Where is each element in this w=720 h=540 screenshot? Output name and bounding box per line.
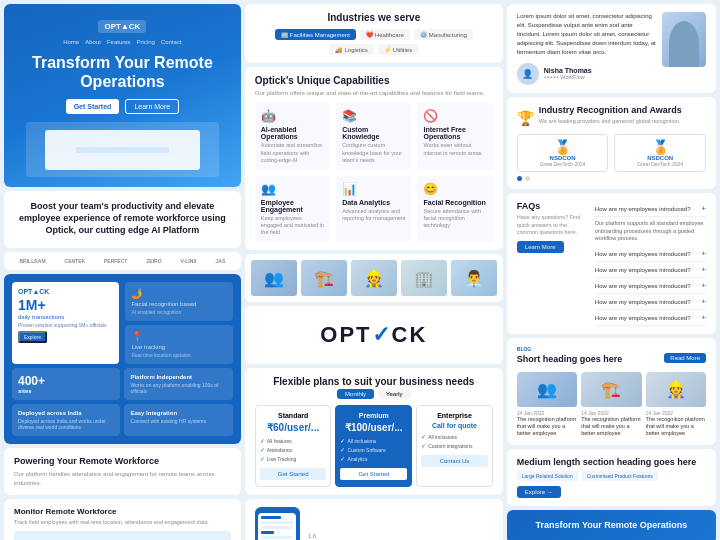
faq-section: FAQs Have any questions? Find quick answ… xyxy=(507,193,716,334)
screen-line-5 xyxy=(261,536,293,539)
premium-feature-2: Analytics xyxy=(340,455,407,462)
deployed-desc: Deployed across India and works under di… xyxy=(18,418,114,430)
people-icon-4: 🏢 xyxy=(414,269,434,288)
facilities-label: Facilities Management xyxy=(290,32,350,38)
nav-home[interactable]: Home xyxy=(63,39,79,45)
faq-question-5[interactable]: How are my employees introduced? + xyxy=(595,310,706,326)
nav-about[interactable]: About xyxy=(85,39,101,45)
hero-mockup-bar xyxy=(76,147,169,153)
stat-explore-button[interactable]: Explore xyxy=(18,331,47,343)
faq-q0-text: How are my employees introduced? xyxy=(595,206,691,212)
faq-question-2[interactable]: How are my employees introduced? + xyxy=(595,262,706,278)
standard-feature-0: All features xyxy=(260,437,327,444)
medium-explore-btn[interactable]: Explore → xyxy=(517,486,561,498)
industries-section: Industries we serve 🏢 Facilities Managem… xyxy=(245,4,503,63)
blog-tag: Blog xyxy=(517,346,623,352)
enterprise-features: All inclusions Custom integrations xyxy=(421,433,488,449)
logo-center-section: OPT✓CK xyxy=(245,306,503,364)
premium-feature-0: All inclusions xyxy=(340,437,407,444)
cap-ai-desc: Automate and streamline field operations… xyxy=(261,142,324,163)
faq-question-4[interactable]: How are my employees introduced? + xyxy=(595,294,706,310)
pricing-tab-yearly[interactable]: Yearly xyxy=(378,389,410,399)
pricing-grid: Standard ₹60/user/... All features Atten… xyxy=(255,405,493,487)
facial-desc: AI enabled recognition xyxy=(131,309,226,315)
ind-tab-facilities[interactable]: 🏢 Facilities Management xyxy=(275,29,356,40)
cap-internet-icon: 🚫 xyxy=(423,109,486,123)
medium-tags: Large Related Solution Customised Produc… xyxy=(517,471,706,481)
badge-2-icon: 🏅 xyxy=(621,139,699,155)
pricing-section: Flexible plans to suit your business nee… xyxy=(245,368,503,495)
blog-building-icon-1: 🏗️ xyxy=(601,380,621,399)
badge-2-sub: Great DevTech 2024 xyxy=(621,161,699,167)
person-silhouette xyxy=(669,21,699,67)
premium-amount: ₹100/user/... xyxy=(340,422,407,433)
enterprise-feature-0: All inclusions xyxy=(421,433,488,440)
cap-knowledge-title: Custom Knowledge xyxy=(342,126,405,140)
testimonial-author: 👤 Nisha Thomas ⭑⭑⭑⭑⭑ WorkFlow xyxy=(517,63,656,85)
faq-question-1[interactable]: How are my employees introduced? + xyxy=(595,246,706,262)
pricing-heading: Flexible plans to suit your business nee… xyxy=(255,376,493,387)
pricing-tab-monthly[interactable]: Monthly xyxy=(337,389,374,399)
ind-tab-utilities[interactable]: ⚡ Utilities xyxy=(378,44,418,55)
cap-facial-icon: 😊 xyxy=(423,182,486,196)
price-standard: Standard ₹60/user/... All features Atten… xyxy=(255,405,332,487)
author-name: Nisha Thomas xyxy=(544,67,592,74)
nav-pricing[interactable]: Pricing xyxy=(137,39,155,45)
testimonial-content: Lorem ipsum dolor sit amet, consectetur … xyxy=(517,12,656,85)
healthcare-label: Healthcare xyxy=(375,32,404,38)
premium-features: All inclusions Custom Software Analytics xyxy=(340,437,407,462)
blog-img-0: 👥 xyxy=(517,372,577,407)
nav-dot-2[interactable] xyxy=(525,176,530,181)
stat-desc: Proven solution supporting 1M+ officials xyxy=(18,322,113,328)
facial-icon: 🤳 xyxy=(131,288,226,299)
nav-features[interactable]: Features xyxy=(107,39,131,45)
ind-tab-manufacturing[interactable]: ⚙️ Manufacturing xyxy=(414,29,473,40)
blog-grid: 👥 14 Jan 2022 The recognition platform t… xyxy=(517,372,706,437)
monitor-description: Track field employees with real-time loc… xyxy=(14,519,231,527)
badge-1: 🏅 NSDCON Great DevTech 2024 xyxy=(517,134,609,172)
hero-section: OPT▲CK Home About Features Pricing Conta… xyxy=(4,4,241,187)
nav-contact[interactable]: Contact xyxy=(161,39,182,45)
faq-answer-0: Our platform supports all standard emplo… xyxy=(595,217,706,246)
price-premium: Premium ₹100/user/... All inclusions Cus… xyxy=(335,405,412,487)
badge-2: 🏅 NSDCON Great DevTech 2024 xyxy=(614,134,706,172)
faq-q2-toggle: + xyxy=(701,265,706,274)
blog-read-more[interactable]: Read More xyxy=(664,353,706,363)
cap-facial: 😊 Facial Recognition Secure attendance w… xyxy=(417,176,492,242)
nav-dot-1[interactable] xyxy=(517,176,522,181)
author-avatar: 👤 xyxy=(517,63,539,85)
blog-card-title-0: The recognition platform that will make … xyxy=(517,416,577,437)
cap-internet-free: 🚫 Internet Free Operations Works even wi… xyxy=(417,103,492,169)
ind-tab-logistics[interactable]: 🚚 Logistics xyxy=(329,44,373,55)
badge-1-sub: Great DevTech 2024 xyxy=(524,161,602,167)
recognition-section: 🏆 Industry Recognition and Awards We are… xyxy=(507,97,716,189)
faq-question-0[interactable]: How are my employees introduced? + xyxy=(595,201,706,217)
sites-label: sites xyxy=(18,388,114,394)
middle-column: Industries we serve 🏢 Facilities Managem… xyxy=(245,4,503,540)
author-info: Nisha Thomas ⭑⭑⭑⭑⭑ WorkFlow xyxy=(544,67,592,81)
people-icon-2: 🏗️ xyxy=(314,269,334,288)
pricing-tabs: Monthly Yearly xyxy=(255,389,493,399)
faq-learn-more[interactable]: Learn More xyxy=(517,241,564,253)
faq-question-3[interactable]: How are my employees introduced? + xyxy=(595,278,706,294)
premium-cta[interactable]: Get Started xyxy=(340,468,407,480)
facilities-icon: 🏢 xyxy=(281,31,288,38)
premium-feature-1: Custom Software xyxy=(340,446,407,453)
testimonial-text: Lorem ipsum dolor sit amet, consectetur … xyxy=(517,12,656,57)
blog-img-2: 👷 xyxy=(646,372,706,407)
sites-number: 400+ xyxy=(18,374,114,388)
standard-cta[interactable]: Get Started xyxy=(260,468,327,480)
enterprise-cta[interactable]: Contact Us xyxy=(421,455,488,467)
manufacturing-icon: ⚙️ xyxy=(420,31,427,38)
cap-images-row: 👥 🏗️ 👷 🏢 👨‍💼 xyxy=(245,254,503,302)
medium-section: Medium length section heading goes here … xyxy=(507,449,716,506)
faq-q1-text: How are my employees introduced? xyxy=(595,251,691,257)
hero-secondary-button[interactable]: Learn More xyxy=(125,99,179,114)
industries-tabs: 🏢 Facilities Management ❤️ Healthcare ⚙️… xyxy=(255,29,493,55)
deployed-card: Deployed across India Deployed across In… xyxy=(12,404,120,436)
standard-feature-1: Attendance xyxy=(260,446,327,453)
logo-centek: CENTEK xyxy=(65,258,86,264)
faq-left: FAQs Have any questions? Find quick answ… xyxy=(517,201,587,326)
hero-primary-button[interactable]: Get Started xyxy=(66,99,120,114)
ind-tab-healthcare[interactable]: ❤️ Healthcare xyxy=(360,29,410,40)
